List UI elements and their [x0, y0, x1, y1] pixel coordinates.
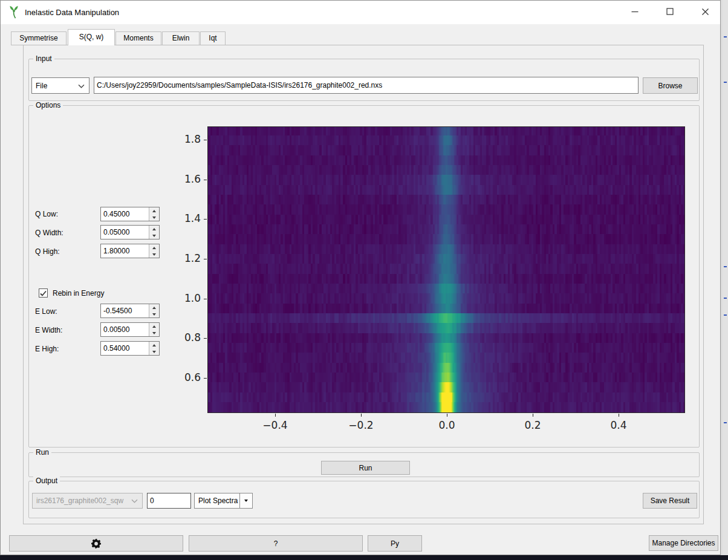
- input-group-label: Input: [33, 54, 54, 63]
- minimize-button[interactable]: [621, 2, 649, 21]
- output-workspace-name: irs26176_graphite002_sqw: [36, 497, 123, 505]
- spin-down-icon[interactable]: [149, 348, 159, 355]
- e-low-spinbox[interactable]: [100, 304, 160, 318]
- q-high-value[interactable]: [101, 244, 148, 258]
- spin-down-icon[interactable]: [149, 251, 159, 258]
- background-window-bottom-strip: [0, 555, 728, 560]
- q-low-label: Q Low:: [35, 210, 58, 218]
- spin-down-icon[interactable]: [149, 214, 159, 221]
- triangle-down-icon: [244, 500, 248, 502]
- run-group: Run Run: [28, 452, 700, 477]
- title-bar: Inelastic Data Manipulation: [1, 1, 720, 24]
- options-group-label: Options: [33, 101, 63, 109]
- minimize-icon: [631, 7, 639, 16]
- run-button[interactable]: Run: [321, 461, 410, 475]
- output-group-label: Output: [33, 477, 60, 485]
- tab-moments[interactable]: Moments: [115, 31, 161, 45]
- spin-down-icon[interactable]: [149, 311, 159, 317]
- spin-up-icon[interactable]: [149, 244, 159, 251]
- mantid-logo-icon: [7, 5, 21, 19]
- app-window: Inelastic Data Manipulation Symmetrise S…: [0, 0, 721, 555]
- browse-button[interactable]: Browse: [643, 77, 698, 94]
- e-high-spinbox[interactable]: [100, 341, 160, 356]
- checkmark-icon: [39, 290, 47, 298]
- spin-up-icon[interactable]: [149, 342, 159, 348]
- input-group: Input File Browse: [28, 59, 700, 101]
- sqw-heatmap-canvas[interactable]: [208, 127, 684, 412]
- e-high-value[interactable]: [101, 342, 148, 355]
- spin-down-icon[interactable]: [149, 330, 159, 336]
- q-high-spinbox[interactable]: [100, 244, 160, 258]
- q-width-spinbox[interactable]: [100, 225, 160, 239]
- chevron-down-icon: [78, 84, 85, 88]
- rebin-energy-label: Rebin in Energy: [53, 289, 104, 298]
- e-high-label: E High:: [35, 345, 59, 353]
- input-source-combobox[interactable]: File: [31, 77, 89, 94]
- q-high-label: Q High:: [35, 247, 60, 256]
- gear-icon: [91, 539, 101, 549]
- e-low-label: E Low:: [35, 307, 57, 316]
- close-button[interactable]: [691, 2, 719, 21]
- spin-up-icon[interactable]: [149, 304, 159, 311]
- background-window-right-strip: [721, 0, 728, 555]
- spin-up-icon[interactable]: [149, 226, 159, 232]
- q-width-value[interactable]: [101, 226, 148, 239]
- tab-symmetrise[interactable]: Symmetrise: [11, 31, 67, 45]
- plot-spectra-label: Plot Spectra: [198, 497, 238, 505]
- python-export-button[interactable]: Py: [368, 535, 422, 552]
- settings-button[interactable]: [9, 535, 183, 552]
- input-source-value: File: [36, 82, 47, 90]
- maximize-button[interactable]: [656, 2, 684, 21]
- e-width-label: E Width:: [35, 326, 62, 334]
- rebin-energy-checkbox[interactable]: [39, 288, 48, 298]
- help-button[interactable]: ?: [189, 535, 363, 552]
- tab-iqt[interactable]: Iqt: [200, 31, 226, 45]
- run-group-label: Run: [33, 448, 51, 457]
- tab-elwin[interactable]: Elwin: [162, 31, 200, 45]
- plot-spectra-button[interactable]: Plot Spectra: [194, 493, 253, 509]
- chevron-down-icon: [131, 499, 138, 503]
- output-workspace-combobox: irs26176_graphite002_sqw: [32, 493, 143, 509]
- spectra-index-input[interactable]: [147, 493, 191, 509]
- q-low-value[interactable]: [101, 207, 148, 221]
- e-width-spinbox[interactable]: [100, 322, 160, 337]
- file-path-input[interactable]: [94, 77, 639, 94]
- output-group: Output irs26176_graphite002_sqw Plot Spe…: [28, 481, 700, 518]
- save-result-button[interactable]: Save Result: [643, 493, 697, 509]
- maximize-icon: [666, 7, 674, 16]
- close-icon: [701, 7, 710, 16]
- spin-up-icon[interactable]: [149, 323, 159, 330]
- q-width-label: Q Width:: [35, 229, 63, 237]
- e-width-value[interactable]: [101, 323, 148, 336]
- q-low-spinbox[interactable]: [100, 207, 160, 221]
- spin-down-icon[interactable]: [149, 232, 159, 239]
- window-title: Inelastic Data Manipulation: [25, 8, 119, 17]
- plot-spectra-dropdown-arrow[interactable]: [239, 493, 252, 508]
- manage-directories-button[interactable]: Manage Directories: [649, 535, 718, 551]
- sqw-heatmap-plot[interactable]: [207, 126, 685, 413]
- spin-up-icon[interactable]: [149, 207, 159, 214]
- tab-sqw[interactable]: S(Q, w): [68, 29, 115, 45]
- e-low-value[interactable]: [101, 304, 148, 317]
